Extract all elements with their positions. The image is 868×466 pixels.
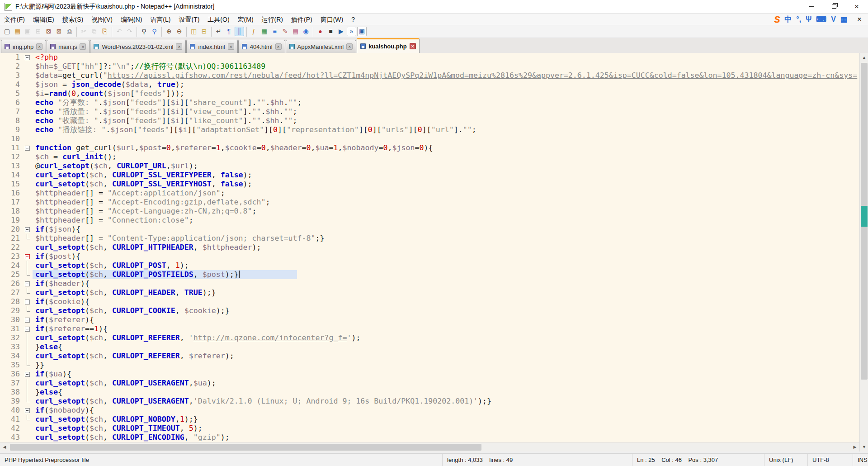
scroll-right-arrow[interactable]: ▶ — [850, 443, 859, 452]
tab-close-icon[interactable]: × — [176, 43, 182, 50]
word-wrap-icon[interactable]: ↵ — [214, 27, 223, 36]
menubar-close-icon[interactable]: × — [854, 15, 865, 24]
line-number: 8 — [0, 116, 23, 125]
minimize-button[interactable] — [800, 0, 823, 14]
tab-close-icon[interactable]: × — [80, 43, 86, 50]
line-number: 13 — [0, 162, 23, 171]
document-map-icon[interactable]: ▦ — [259, 27, 269, 36]
sync-horizontal-icon[interactable]: ⊟ — [199, 27, 209, 36]
menu-item-encoding[interactable]: 编码(N) — [117, 14, 146, 25]
menu-item-edit[interactable]: 编辑(E) — [29, 14, 58, 25]
tab-kuaishou.php[interactable]: kuaishou.php× — [357, 38, 420, 53]
tab-close-icon[interactable]: × — [410, 43, 416, 49]
macro-stop-icon[interactable]: ■ — [326, 27, 335, 36]
cut-icon[interactable]: ✂ — [79, 27, 89, 36]
line-number: 37 — [0, 379, 23, 388]
new-file-icon[interactable]: ▢ — [2, 27, 12, 36]
line-number: 38 — [0, 388, 23, 397]
tab-WordPress.2023-01-02.xml[interactable]: WordPress.2023-01-02.xml× — [90, 40, 186, 53]
menu-item-settings[interactable]: 设置(T) — [175, 14, 203, 25]
fold-marker[interactable] — [23, 324, 33, 333]
tab-close-icon[interactable]: × — [275, 43, 282, 50]
fold-marker — [23, 189, 33, 198]
punctuation-icon[interactable]: °, — [796, 14, 801, 24]
fold-marker[interactable] — [23, 370, 33, 379]
redo-icon[interactable]: ↷ — [125, 27, 134, 36]
save-all-icon[interactable]: ⊞ — [33, 27, 43, 36]
chinese-mode-icon[interactable]: 中 — [784, 14, 792, 24]
code-line: 12$ch = curl_init(); — [0, 152, 859, 162]
menu-item-window[interactable]: 窗口(W) — [316, 14, 348, 25]
tab-AppxManifest.xml[interactable]: AppxManifest.xml× — [286, 40, 357, 53]
sogou-logo-icon[interactable]: S — [774, 14, 780, 24]
open-file-icon[interactable]: ▤ — [13, 27, 22, 36]
user-defined-language-icon[interactable]: ✎ — [280, 27, 290, 36]
scroll-down-arrow[interactable]: ▼ — [860, 442, 868, 452]
menu-item-plugins[interactable]: 插件(P) — [287, 14, 316, 25]
replace-icon[interactable]: ⚲ — [150, 27, 159, 36]
menu-item-search[interactable]: 搜索(S) — [58, 14, 88, 25]
menu-item-macro[interactable]: 宏(M) — [234, 14, 258, 25]
fold-marker[interactable] — [23, 406, 33, 415]
fold-marker[interactable] — [23, 279, 33, 288]
document-list-icon[interactable]: ≡ — [270, 27, 279, 36]
fold-marker[interactable] — [23, 53, 33, 62]
find-icon[interactable]: ⚲ — [139, 27, 149, 36]
macro-play-icon[interactable]: ▶ — [336, 27, 346, 36]
vertical-scrollbar[interactable]: ▲ ▼ — [859, 53, 868, 452]
menu-item-tools[interactable]: 工具(O) — [203, 14, 233, 25]
menu-item-run[interactable]: 运行(R) — [258, 14, 287, 25]
tab-close-icon[interactable]: × — [346, 43, 353, 50]
function-list-icon[interactable]: ƒ — [249, 27, 259, 36]
close-all-icon[interactable]: ⊠ — [54, 27, 64, 36]
zoom-out-icon[interactable]: ⊖ — [175, 27, 184, 36]
microphone-icon[interactable]: Ψ — [806, 14, 811, 24]
show-all-characters-icon[interactable]: ¶ — [224, 27, 234, 36]
menu-item-view[interactable]: 视图(V) — [87, 14, 117, 25]
close-button[interactable]: × — [845, 0, 868, 14]
toolbox-icon[interactable]: ▦ — [840, 14, 847, 24]
run-macro-multiple-icon[interactable]: » — [347, 27, 356, 36]
code-line: 43curl_setopt($ch, CURLOPT_ENCODING, "gz… — [0, 433, 859, 442]
monitoring-icon[interactable]: ◉ — [301, 27, 311, 36]
line-number: 30 — [0, 315, 23, 324]
menu-item-language[interactable]: 语言(L) — [146, 14, 175, 25]
fold-marker[interactable] — [23, 225, 33, 234]
code-line: 37curl_setopt($ch, CURLOPT_USERAGENT,$ua… — [0, 379, 859, 388]
fold-marker[interactable] — [23, 315, 33, 324]
save-icon[interactable]: ▣ — [23, 27, 33, 36]
tab-index.html[interactable]: index.html× — [186, 40, 237, 53]
indent-guide-icon[interactable]: ║ — [235, 27, 244, 36]
undo-icon[interactable]: ↶ — [114, 27, 124, 36]
line-number: 34 — [0, 352, 23, 361]
line-number: 7 — [0, 107, 23, 116]
menu-item-file[interactable]: 文件(F) — [0, 14, 29, 25]
editor[interactable]: 1<?php2$hh=$_GET["hh"]?:"\n";//换行符号(默认\n… — [0, 53, 859, 442]
sync-vertical-icon[interactable]: ◫ — [189, 27, 198, 36]
tab-close-icon[interactable]: × — [228, 43, 234, 50]
tab-img.php[interactable]: img.php× — [1, 40, 46, 53]
scroll-up-arrow[interactable]: ▲ — [860, 53, 868, 62]
macro-record-icon[interactable]: ● — [316, 27, 325, 36]
fold-marker[interactable] — [23, 143, 33, 152]
fold-marker[interactable] — [23, 252, 33, 261]
print-icon[interactable]: ⎙ — [65, 27, 74, 36]
tab-close-icon[interactable]: × — [36, 43, 42, 50]
horizontal-scrollbar[interactable]: ◀ ▶ — [0, 442, 859, 452]
fold-marker[interactable] — [23, 297, 33, 306]
tab-main.js[interactable]: main.js× — [47, 40, 90, 53]
copy-icon[interactable]: ⧉ — [90, 27, 99, 36]
zoom-in-icon[interactable]: ⊕ — [164, 27, 174, 36]
horizontal-scroll-thumb[interactable] — [10, 444, 481, 451]
menu-item-help[interactable]: ? — [347, 14, 359, 25]
soft-keyboard-icon[interactable]: ⌨ — [816, 14, 826, 24]
scroll-left-arrow[interactable]: ◀ — [0, 443, 9, 452]
close-file-icon[interactable]: ⊠ — [44, 27, 53, 36]
skin-icon[interactable]: V — [831, 14, 836, 24]
status-typing-mode: INS — [853, 454, 868, 466]
tab-404.html[interactable]: 404.html× — [238, 40, 285, 53]
save-macro-icon[interactable]: ▣ — [357, 27, 367, 36]
folder-as-workspace-icon[interactable]: ▤ — [291, 27, 300, 36]
restore-button[interactable] — [823, 0, 845, 14]
paste-icon[interactable]: ⎘ — [100, 27, 109, 36]
